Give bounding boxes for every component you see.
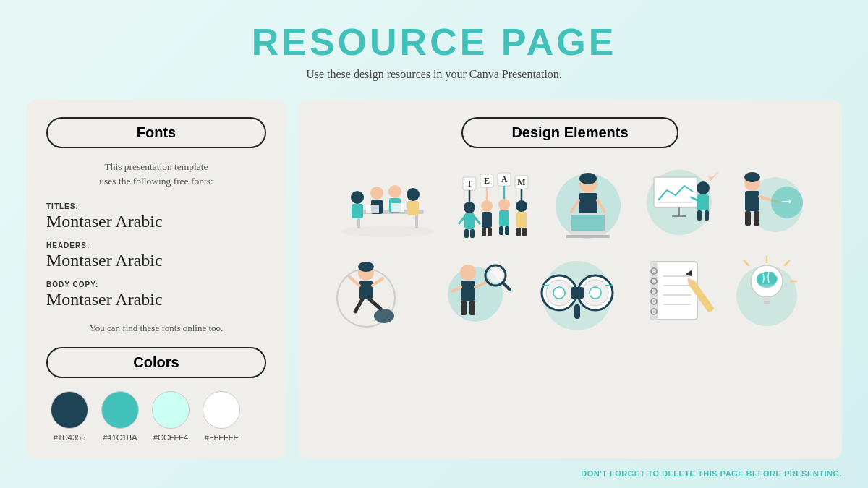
right-panel: Design Elements — [298, 100, 842, 459]
svg-line-123 — [744, 261, 749, 265]
svg-point-76 — [358, 262, 374, 272]
svg-text:M: M — [517, 177, 525, 187]
svg-line-28 — [459, 217, 464, 224]
font-label-titles: TITLES: — [46, 202, 266, 210]
font-entry-body: BODY COPY: Montaser Arabic — [46, 281, 266, 309]
font-entry-titles: TITLES: Montaser Arabic — [46, 202, 266, 231]
svg-rect-30 — [464, 229, 469, 238]
left-panel: Fonts This presentation template uses th… — [26, 100, 286, 459]
svg-rect-42 — [516, 228, 521, 236]
svg-rect-39 — [505, 226, 509, 235]
illustration-brain-idea — [727, 251, 807, 334]
svg-rect-41 — [516, 212, 527, 228]
svg-text:→: → — [779, 192, 795, 210]
svg-rect-31 — [470, 229, 475, 238]
color-swatch-4: #FFFFFF — [203, 391, 240, 442]
page-subtitle: Use these design resources in your Canva… — [252, 68, 617, 81]
swatch-dark — [51, 391, 88, 429]
swatch-teal — [101, 391, 139, 429]
svg-rect-5 — [352, 204, 363, 218]
main-content: Fonts This presentation template uses th… — [0, 100, 868, 459]
svg-rect-50 — [566, 235, 610, 238]
svg-rect-11 — [407, 201, 419, 215]
svg-line-125 — [785, 261, 789, 265]
hex-teal: #41C1BA — [103, 433, 137, 442]
illustration-magnify-person — [432, 251, 519, 334]
svg-rect-43 — [522, 228, 527, 236]
svg-point-4 — [351, 191, 364, 204]
svg-point-84 — [460, 265, 476, 281]
svg-marker-63 — [708, 171, 719, 181]
illustration-laptop-user — [548, 163, 628, 242]
colors-header: Colors — [46, 347, 266, 378]
svg-line-29 — [475, 217, 480, 224]
illustration-notebook — [636, 251, 715, 334]
font-name-titles: Montaser Arabic — [46, 212, 266, 231]
svg-point-88 — [488, 268, 503, 283]
svg-rect-38 — [499, 226, 503, 235]
fonts-note: You can find these fonts online too. — [46, 322, 266, 334]
svg-rect-59 — [697, 194, 709, 210]
color-swatch-2: #41C1BA — [101, 391, 139, 442]
illustration-jumping-person — [333, 251, 420, 334]
swatch-white — [203, 391, 240, 429]
svg-text:T: T — [467, 179, 472, 189]
svg-rect-90 — [461, 301, 467, 315]
svg-point-82 — [374, 309, 394, 323]
font-name-body: Montaser Arabic — [46, 290, 266, 309]
svg-rect-101 — [574, 304, 580, 319]
svg-point-47 — [579, 173, 597, 184]
svg-rect-61 — [697, 210, 702, 221]
svg-line-80 — [355, 299, 362, 312]
illustrations-row-2 — [318, 251, 822, 334]
svg-line-78 — [349, 277, 359, 286]
illustration-teacher: → — [731, 163, 803, 242]
svg-point-58 — [697, 181, 710, 194]
page-title: RESOURCE PAGE — [252, 20, 617, 64]
svg-text:E: E — [484, 176, 490, 186]
svg-text:A: A — [501, 174, 508, 184]
illustration-team-work — [337, 163, 438, 242]
fonts-header: Fonts — [46, 117, 266, 148]
font-name-headers: Montaser Arabic — [46, 251, 266, 270]
svg-rect-62 — [705, 210, 709, 221]
svg-point-67 — [744, 172, 760, 182]
hex-white: #FFFFFF — [205, 433, 238, 442]
svg-rect-121 — [762, 297, 771, 301]
svg-rect-27 — [464, 213, 475, 229]
page-header: RESOURCE PAGE Use these design resources… — [252, 0, 617, 88]
hex-light-mint: #CCFFF4 — [153, 433, 188, 442]
colors-row: #1D4355 #41C1BA #CCFFF4 #FFFFFF — [46, 391, 266, 442]
color-swatch-1: #1D4355 — [51, 391, 88, 442]
svg-rect-85 — [461, 281, 475, 301]
svg-point-26 — [464, 202, 475, 213]
svg-rect-3 — [415, 214, 418, 228]
svg-point-36 — [498, 199, 510, 210]
color-swatch-3: #CCFFF4 — [152, 391, 190, 442]
svg-rect-100 — [571, 287, 584, 299]
svg-point-32 — [481, 200, 493, 212]
svg-point-40 — [516, 200, 527, 212]
hex-dark: #1D4355 — [54, 433, 86, 442]
font-entry-headers: HEADERS: Montaser Arabic — [46, 241, 266, 270]
svg-rect-13 — [391, 203, 404, 212]
svg-rect-71 — [754, 211, 760, 226]
svg-point-10 — [407, 188, 420, 201]
svg-point-96 — [553, 287, 565, 299]
svg-rect-68 — [745, 191, 760, 211]
fonts-description: This presentation template uses the foll… — [46, 160, 266, 189]
svg-line-81 — [370, 299, 380, 309]
svg-rect-12 — [366, 205, 379, 213]
font-label-headers: HEADERS: — [46, 241, 266, 249]
svg-rect-77 — [359, 281, 373, 299]
svg-rect-54 — [654, 177, 697, 207]
svg-rect-70 — [745, 211, 751, 226]
illustration-presentation — [639, 163, 719, 242]
svg-rect-49 — [571, 215, 605, 231]
svg-rect-35 — [488, 228, 492, 236]
svg-point-6 — [370, 187, 383, 200]
svg-point-99 — [590, 287, 601, 299]
svg-rect-46 — [579, 193, 597, 213]
design-elements-header: Design Elements — [461, 117, 678, 148]
svg-rect-33 — [482, 212, 492, 228]
